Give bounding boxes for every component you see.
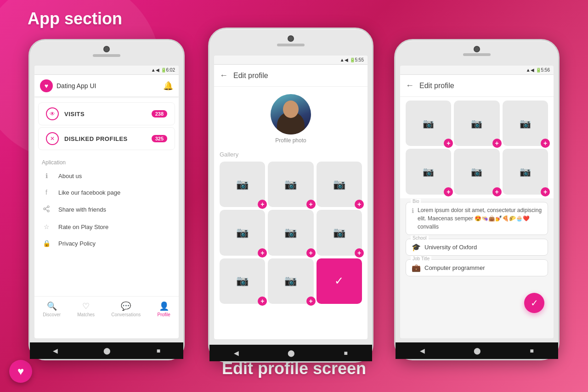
p3-gallery-item-4[interactable]: 📷 +	[406, 149, 451, 194]
privacy-item[interactable]: 🔒 Privacy Policy	[34, 235, 179, 252]
p3-add-photo-btn-5[interactable]: +	[492, 187, 502, 196]
phone2-edit-title: Edit profile	[233, 72, 268, 80]
camera-icon-2: 📷	[284, 179, 297, 190]
bio-info-icon: ℹ	[412, 207, 414, 214]
page-title: App section	[28, 9, 122, 28]
p3-gallery-item-6[interactable]: 📷 +	[503, 149, 548, 194]
gallery-item-9[interactable]: ✓	[317, 258, 362, 304]
tab-conversations[interactable]: 💬 Conversations	[111, 301, 141, 317]
eye-icon: 👁	[50, 111, 55, 117]
lock-icon: 🔒	[42, 240, 51, 247]
phone2-profile-photo-section: Profile photo	[214, 87, 368, 147]
phone-3: ▲◀ 🔋 5:56 ← Edit profile 📷 + 📷 + 📷 + 📷	[394, 39, 560, 360]
phone-2: ▲◀ 🔋 5:55 ← Edit profile Profile photo G…	[208, 28, 373, 363]
phone3-job-section[interactable]: Job Title 💼 Computer programmer	[406, 259, 548, 276]
p3-gallery-item-2[interactable]: 📷 +	[454, 101, 499, 146]
p3-add-photo-btn-1[interactable]: +	[444, 139, 453, 148]
nav-recent[interactable]: ■	[157, 347, 160, 354]
add-photo-btn-3[interactable]: +	[355, 200, 364, 209]
profile-icon: 👤	[159, 301, 169, 311]
share-item[interactable]: Share with friends	[34, 201, 179, 218]
phone3-status-bar: ▲◀ 🔋 5:56	[400, 66, 554, 75]
nav-home[interactable]: ⬤	[103, 347, 111, 354]
job-icon: 💼	[412, 263, 421, 272]
svg-line-4	[45, 207, 48, 208]
add-photo-btn-6[interactable]: +	[355, 248, 364, 258]
rate-label: Rate on Play Store	[58, 224, 108, 230]
phone2-gallery-section: Gallery 📷 + 📷 + 📷 + 📷 +	[214, 147, 368, 308]
add-photo-btn-1[interactable]: +	[258, 200, 267, 209]
job-floating-label: Job Title	[411, 256, 431, 261]
p3-gallery-item-3[interactable]: 📷 +	[503, 101, 548, 146]
add-photo-btn-2[interactable]: +	[306, 200, 316, 209]
app-logo: ♥	[40, 79, 53, 92]
gallery-item-7[interactable]: 📷 +	[220, 258, 265, 304]
phone1-screen: ▲◀ 🔋 6:02 ♥ Dating App UI 🔔 👁 VISITS 238…	[34, 66, 179, 338]
tab-profile[interactable]: 👤 Profile	[158, 301, 170, 317]
p3-gallery-item-5[interactable]: 📷 +	[454, 149, 499, 194]
phone3-school-section[interactable]: School 🎓 University of Oxford	[406, 239, 548, 256]
visits-icon-circle: 👁	[46, 107, 59, 120]
notification-icon[interactable]: 🔔	[163, 81, 173, 91]
add-photo-btn-4[interactable]: +	[258, 248, 267, 258]
discover-icon: 🔍	[47, 301, 57, 311]
p3-camera-icon-3: 📷	[520, 118, 531, 129]
conversations-icon: 💬	[121, 301, 131, 311]
gallery-item-4[interactable]: 📷 +	[220, 210, 265, 255]
gallery-item-8[interactable]: 📷 +	[268, 258, 313, 304]
phone3-back-arrow[interactable]: ←	[406, 81, 414, 90]
phone3-status-icons: ▲◀ 🔋	[526, 67, 541, 73]
gallery-item-2[interactable]: 📷 +	[268, 162, 313, 207]
add-photo-btn-5[interactable]: +	[306, 248, 316, 258]
phone3-nav-back[interactable]: ◀	[420, 347, 425, 354]
phone3-nav-recent[interactable]: ■	[530, 347, 533, 354]
p3-camera-icon-4: 📷	[423, 166, 434, 177]
add-photo-btn-8[interactable]: +	[306, 297, 316, 306]
phone2-back-arrow[interactable]: ←	[220, 71, 228, 80]
visits-label: VISITS	[64, 111, 152, 118]
p3-add-photo-btn-4[interactable]: +	[444, 187, 453, 196]
phone2-screen: ▲◀ 🔋 5:55 ← Edit profile Profile photo G…	[214, 56, 368, 339]
phone2-nav-home[interactable]: ⬤	[288, 349, 295, 357]
camera-icon-7: 📷	[236, 275, 249, 287]
school-value: University of Oxford	[424, 244, 477, 251]
phone3-fab[interactable]: ✓	[524, 293, 544, 313]
p3-camera-icon-1: 📷	[423, 118, 434, 129]
application-section-title: Aplication	[34, 156, 179, 168]
p3-gallery-item-1[interactable]: 📷 +	[406, 101, 451, 146]
phone1-camera	[103, 46, 110, 52]
phone2-edit-header: ← Edit profile	[214, 65, 368, 87]
bio-content: ℹ Lorem ipsum dolor sit amet, consectetu…	[412, 206, 542, 231]
facebook-item[interactable]: f Like our facebook page	[34, 184, 179, 201]
disliked-icon-circle: ✕	[46, 132, 59, 145]
school-icon: 🎓	[412, 243, 421, 252]
rate-item[interactable]: ☆ Rate on Play Store	[34, 218, 179, 235]
phone3-nav-home[interactable]: ⬤	[474, 347, 481, 354]
check-icon: ✓	[334, 274, 344, 287]
phone2-speaker	[277, 44, 305, 46]
gallery-item-5[interactable]: 📷 +	[268, 210, 313, 255]
gallery-item-3[interactable]: 📷 +	[317, 162, 362, 207]
tab-discover[interactable]: 🔍 Discover	[43, 301, 61, 317]
p3-add-photo-btn-6[interactable]: +	[541, 187, 550, 196]
phone1-nav-bar: ◀ ⬤ ■	[30, 342, 183, 359]
job-value: Computer programmer	[424, 264, 485, 271]
add-photo-btn-7[interactable]: +	[258, 297, 267, 306]
p3-add-photo-btn-2[interactable]: +	[492, 139, 502, 148]
about-us-item[interactable]: ℹ About us	[34, 168, 179, 184]
gallery-item-1[interactable]: 📷 +	[220, 162, 265, 207]
svg-line-3	[45, 209, 48, 211]
disliked-menu-item[interactable]: ✕ DISLIKED PROFILES 325	[38, 127, 175, 150]
p3-camera-icon-6: 📷	[520, 166, 531, 177]
phone2-nav-back[interactable]: ◀	[234, 349, 239, 357]
phone2-nav-recent[interactable]: ■	[344, 349, 347, 357]
tab-matches[interactable]: ♡ Matches	[77, 301, 95, 317]
visits-badge: 238	[152, 110, 167, 118]
p3-add-photo-btn-3[interactable]: +	[541, 139, 550, 148]
svg-point-2	[47, 210, 49, 212]
school-content: 🎓 University of Oxford	[412, 243, 542, 252]
visits-menu-item[interactable]: 👁 VISITS 238	[38, 102, 175, 125]
nav-back[interactable]: ◀	[53, 347, 58, 354]
phone2-profile-avatar[interactable]	[271, 94, 311, 134]
gallery-item-6[interactable]: 📷 +	[317, 210, 362, 255]
